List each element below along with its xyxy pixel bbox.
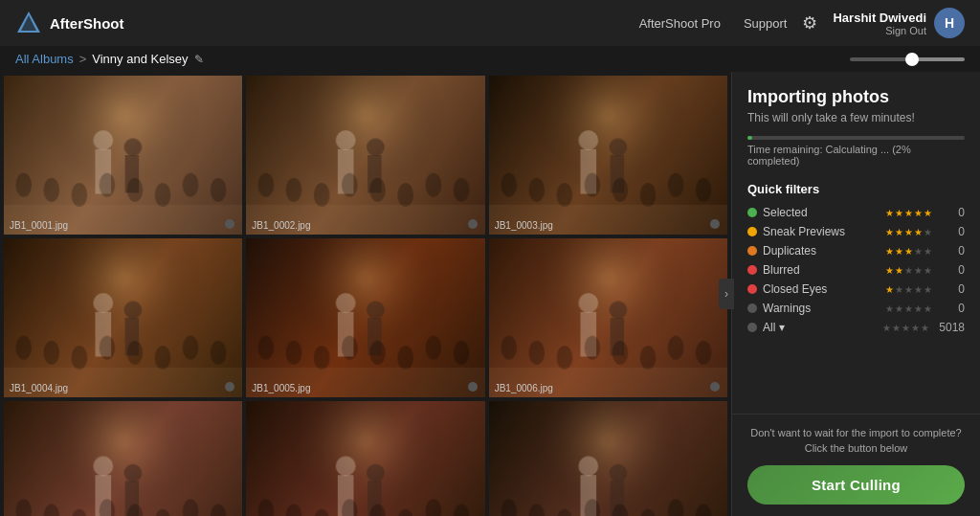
footer-hint: Don't want to wait for the import to com… [747, 426, 965, 456]
star-icon: ★ [902, 323, 910, 333]
panel-footer: Don't want to wait for the import to com… [732, 414, 980, 516]
photo-canvas [4, 238, 242, 397]
photo-label: JB1_0001.jpg [10, 220, 68, 231]
breadcrumb-current-album: Vinny and Kelsey [92, 52, 188, 66]
star-icon: ★ [904, 284, 913, 295]
star-icon: ★ [904, 208, 913, 218]
photo-item[interactable]: JB1_0003.jpg [489, 76, 727, 235]
settings-icon[interactable]: ⚙ [802, 12, 817, 34]
star-icon: ★ [914, 208, 923, 218]
star-icon: ★ [914, 265, 923, 276]
photo-label: JB1_0005.jpg [252, 383, 310, 393]
photo-label: JB1_0006.jpg [495, 383, 553, 393]
filter-label: Selected [763, 206, 880, 219]
time-remaining-label: Time remaining: Calculating ... (2% comp… [747, 144, 965, 167]
star-icon: ★ [924, 246, 932, 257]
filter-row[interactable]: Selected★★★★★0 [747, 206, 965, 219]
photo-item[interactable]: JB1_0009.jpg [489, 401, 727, 516]
sign-out-link[interactable]: Sign Out [833, 25, 926, 36]
zoom-slider[interactable] [850, 57, 965, 61]
user-area: Harshit Dwivedi Sign Out H [833, 8, 965, 38]
photo-canvas [489, 401, 727, 516]
breadcrumb: All Albums > Vinny and Kelsey ✎ [15, 52, 204, 66]
photo-label: JB1_0003.jpg [495, 220, 553, 231]
star-icon: ★ [895, 246, 903, 257]
progress-bar-container [747, 136, 965, 140]
nav-pro-link[interactable]: AfterShoot Pro [639, 16, 721, 31]
filter-dot [747, 265, 757, 275]
panel-content: Importing photos This will only take a f… [732, 72, 980, 414]
star-icon: ★ [892, 323, 901, 333]
right-panel: › Importing photos This will only take a… [731, 72, 980, 516]
edit-album-icon[interactable]: ✎ [194, 53, 204, 66]
star-icon: ★ [914, 246, 923, 257]
photo-item[interactable]: JB1_0007.jpg [4, 401, 242, 516]
star-icon: ★ [895, 284, 903, 295]
user-name: Harshit Dwivedi [833, 11, 926, 25]
photo-canvas [4, 401, 242, 516]
photo-item[interactable]: JB1_0002.jpg [246, 76, 484, 235]
header-nav: AfterShoot Pro Support [639, 16, 788, 31]
filter-label: Blurred [763, 263, 880, 277]
filter-row[interactable]: Duplicates★★★★★0 [747, 244, 965, 258]
user-info: Harshit Dwivedi Sign Out [833, 11, 926, 36]
photo-canvas [489, 76, 727, 235]
filter-label: All ▾ [763, 321, 877, 334]
filter-row[interactable]: Warnings★★★★★0 [747, 302, 965, 315]
filter-count: 0 [942, 282, 965, 296]
star-icon: ★ [921, 323, 929, 333]
filter-dot [747, 246, 757, 256]
star-icon: ★ [885, 284, 894, 295]
photo-canvas [246, 76, 484, 235]
star-icon: ★ [904, 227, 913, 237]
filter-row[interactable]: Closed Eyes★★★★★0 [747, 282, 965, 296]
start-culling-button[interactable]: Start Culling [747, 465, 965, 505]
photo-item[interactable]: JB1_0001.jpg [4, 76, 242, 235]
logo-text: AfterShoot [50, 15, 124, 32]
star-icon: ★ [895, 265, 903, 276]
breadcrumb-all-albums[interactable]: All Albums [15, 52, 74, 66]
quick-filters-title: Quick filters [747, 182, 965, 196]
filter-stars: ★★★★★ [885, 227, 932, 237]
logo-area: AfterShoot [15, 10, 639, 36]
photo-item[interactable]: JB1_0006.jpg [489, 238, 727, 397]
filter-label: Warnings [763, 302, 880, 315]
photo-grid-area: JB1_0001.jpgJB1_0002.jpgJB1_0003.jpgJB1_… [0, 72, 731, 516]
photo-item[interactable]: JB1_0008.jpg [246, 401, 484, 516]
star-icon: ★ [911, 323, 920, 333]
filter-label: Closed Eyes [763, 282, 880, 296]
star-icon: ★ [885, 208, 894, 218]
breadcrumb-separator: > [79, 52, 87, 66]
filter-row[interactable]: All ▾★★★★★5018 [747, 321, 965, 334]
filter-row[interactable]: Sneak Previews★★★★★0 [747, 225, 965, 238]
star-icon: ★ [885, 303, 894, 314]
photo-canvas [489, 238, 727, 397]
panel-subtitle: This will only take a few minutes! [747, 111, 965, 124]
star-icon: ★ [885, 265, 894, 276]
filter-label: Duplicates [763, 244, 880, 258]
filter-stars: ★★★★★ [885, 265, 932, 276]
star-icon: ★ [914, 303, 923, 314]
photo-item[interactable]: JB1_0005.jpg [246, 238, 484, 397]
photo-label: JB1_0002.jpg [252, 220, 310, 231]
aftershoot-logo-icon [15, 10, 42, 36]
star-icon: ★ [914, 284, 923, 295]
filter-dot [747, 208, 757, 217]
filter-count: 0 [942, 302, 965, 315]
panel-expand-button[interactable]: › [719, 279, 734, 309]
header: AfterShoot AfterShoot Pro Support ⚙ Hars… [0, 0, 980, 46]
filter-dot [747, 227, 757, 236]
star-icon: ★ [924, 303, 932, 314]
filter-stars: ★★★★★ [882, 323, 929, 333]
filter-count: 0 [942, 206, 965, 219]
star-icon: ★ [924, 265, 932, 276]
star-icon: ★ [924, 208, 932, 218]
filters-container: Selected★★★★★0Sneak Previews★★★★★0Duplic… [747, 206, 965, 334]
photo-status-dot [468, 219, 478, 229]
filter-row[interactable]: Blurred★★★★★0 [747, 263, 965, 277]
star-icon: ★ [924, 284, 932, 295]
photo-item[interactable]: JB1_0004.jpg [4, 238, 242, 397]
star-icon: ★ [924, 227, 932, 237]
star-icon: ★ [885, 227, 894, 237]
nav-support-link[interactable]: Support [744, 16, 788, 31]
